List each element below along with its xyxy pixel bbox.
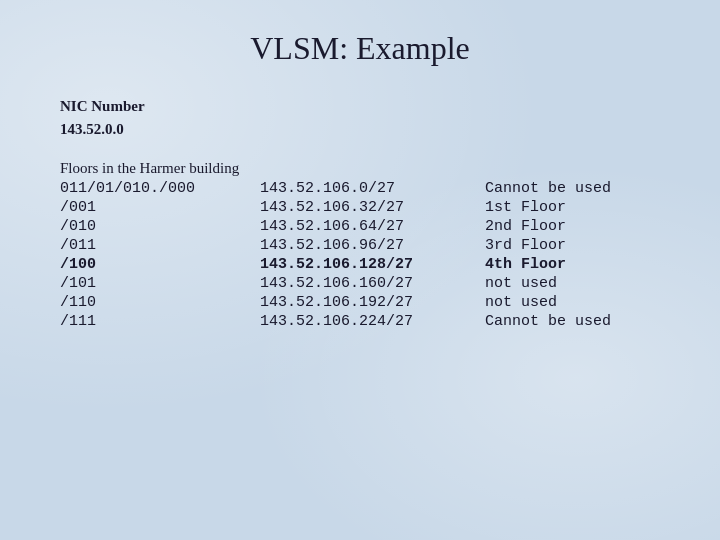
status-col: 2nd Floor (485, 217, 660, 236)
binary-col: /001 (60, 198, 260, 217)
nic-line1: NIC Number (60, 95, 660, 118)
network-col: 143.52.106.96/27 (260, 236, 485, 255)
network-col: 143.52.106.160/27 (260, 274, 485, 293)
network-col: 143.52.106.224/27 (260, 312, 485, 331)
status-col: 3rd Floor (485, 236, 660, 255)
binary-col: /011 (60, 236, 260, 255)
binary-col: /110 (60, 293, 260, 312)
table-row: /111143.52.106.224/27Cannot be used (60, 312, 660, 331)
binary-col: /111 (60, 312, 260, 331)
binary-col: 011/01/010./000 (60, 179, 260, 198)
table-row: /101143.52.106.160/27not used (60, 274, 660, 293)
binary-col: /010 (60, 217, 260, 236)
binary-col: /100 (60, 255, 260, 274)
status-col: 1st Floor (485, 198, 660, 217)
status-col: not used (485, 274, 660, 293)
network-col: 143.52.106.192/27 (260, 293, 485, 312)
network-col: 143.52.106.128/27 (260, 255, 485, 274)
status-col: Cannot be used (485, 179, 660, 198)
table-row: /110143.52.106.192/27not used (60, 293, 660, 312)
network-col: 143.52.106.0/27 (260, 179, 485, 198)
floors-section: Floors in the Harmer building 011/01/010… (60, 160, 660, 331)
page-title: VLSM: Example (250, 30, 470, 67)
status-col: not used (485, 293, 660, 312)
table-row: /001143.52.106.32/271st Floor (60, 198, 660, 217)
table-row: 011/01/010./000143.52.106.0/27Cannot be … (60, 179, 660, 198)
network-col: 143.52.106.64/27 (260, 217, 485, 236)
status-col: Cannot be used (485, 312, 660, 331)
table-row: /010143.52.106.64/272nd Floor (60, 217, 660, 236)
nic-section: NIC Number 143.52.0.0 (60, 95, 660, 140)
network-col: 143.52.106.32/27 (260, 198, 485, 217)
floors-heading: Floors in the Harmer building (60, 160, 660, 177)
binary-col: /101 (60, 274, 260, 293)
status-col: 4th Floor (485, 255, 660, 274)
table-row: /011143.52.106.96/273rd Floor (60, 236, 660, 255)
nic-line2: 143.52.0.0 (60, 118, 660, 141)
table-row: /100143.52.106.128/274th Floor (60, 255, 660, 274)
vlsm-table: 011/01/010./000143.52.106.0/27Cannot be … (60, 179, 660, 331)
